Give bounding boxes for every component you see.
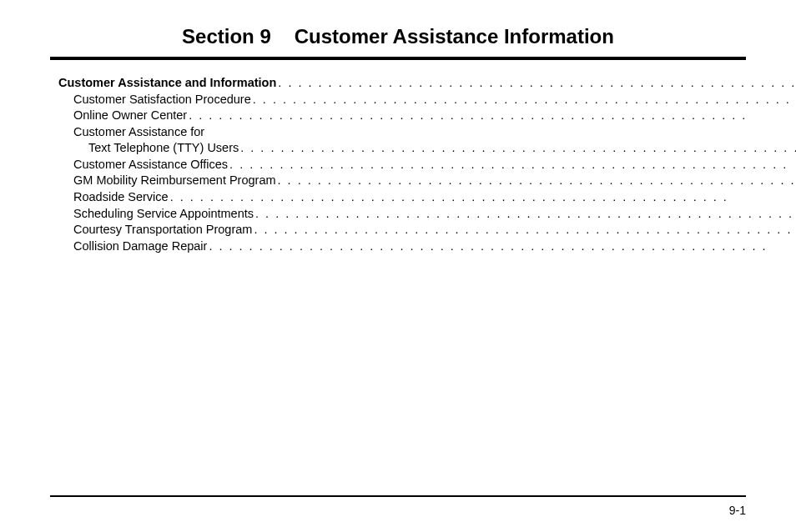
toc-label: GM Mobility Reimbursement Program	[73, 173, 276, 189]
leader-dots	[229, 157, 796, 173]
toc-entry: Customer Assistance for	[58, 124, 796, 141]
leader-dots	[189, 108, 796, 124]
toc-entry: Customer Assistance Offices9-6	[58, 157, 796, 173]
leader-dots	[253, 92, 796, 108]
leader-dots	[170, 189, 796, 206]
leader-dots	[255, 206, 796, 223]
toc-label: Courtesy Transportation Program	[73, 222, 252, 238]
toc-columns: Customer Assistance and Information9-2Cu…	[50, 75, 746, 289]
toc-label: Roadside Service	[73, 189, 169, 206]
toc-label: Customer Assistance and Information	[58, 75, 276, 92]
leader-dots	[278, 75, 796, 92]
footer-rule	[50, 495, 746, 497]
toc-entry: Text Telephone (TTY) Users9-6	[58, 140, 796, 157]
toc-label: Customer Satisfaction Procedure	[73, 92, 251, 108]
leader-dots	[254, 222, 796, 238]
toc-label: Collision Damage Repair	[73, 238, 207, 255]
toc-entry: Courtesy Transportation Program9-11	[58, 222, 796, 238]
toc-entry: GM Mobility Reimbursement Program9-7	[58, 173, 796, 189]
toc-label: Text Telephone (TTY) Users	[88, 140, 239, 157]
section-title: Section 9Customer Assistance Information	[50, 25, 746, 48]
leader-dots	[209, 238, 796, 255]
toc-label: Scheduling Service Appointments	[73, 206, 254, 223]
toc-label: Online Owner Center	[73, 108, 187, 124]
toc-entry: Collision Damage Repair9-13	[58, 238, 796, 255]
page-number: 9-1	[729, 504, 746, 517]
toc-entry: Online Owner Center9-5	[58, 108, 796, 124]
toc-left-column: Customer Assistance and Information9-2Cu…	[58, 75, 796, 289]
title-rule	[50, 57, 746, 60]
toc-entry: Customer Satisfaction Procedure9-2	[58, 92, 796, 108]
leader-dots	[278, 173, 796, 189]
toc-entry: Customer Assistance and Information9-2	[58, 75, 796, 92]
title-main: Customer Assistance Information	[295, 25, 614, 48]
title-prefix: Section 9	[182, 25, 271, 48]
toc-entry: Scheduling Service Appointments9-11	[58, 206, 796, 223]
leader-dots	[240, 140, 796, 157]
toc-label: Customer Assistance Offices	[73, 157, 228, 173]
toc-entry: Roadside Service9-8	[58, 189, 796, 206]
toc-label: Customer Assistance for	[73, 124, 204, 141]
